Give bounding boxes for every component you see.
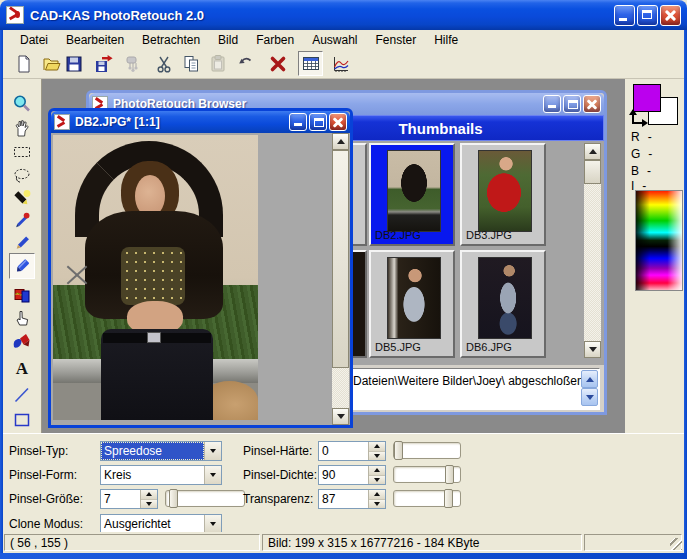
pinsel-dichte-slider[interactable] (393, 465, 461, 484)
image-maximize-button[interactable] (309, 113, 327, 131)
browser-close-button[interactable] (583, 95, 601, 113)
thumbnail-db3[interactable]: DB3.JPG (460, 143, 546, 246)
paste-icon (208, 54, 228, 74)
tool-line[interactable] (9, 383, 35, 406)
thumbnails-scrollbar[interactable] (584, 143, 601, 358)
toolbar (3, 49, 684, 79)
tool-lasso[interactable] (9, 164, 35, 187)
histogram-button[interactable] (328, 51, 353, 76)
browser-maximize-button[interactable] (563, 95, 581, 113)
pinsel-haerte-slider[interactable] (393, 441, 461, 460)
pinsel-form-combo[interactable]: Kreis (100, 465, 222, 485)
clone-modus-value: Ausgerichtet (101, 515, 204, 533)
image-minimize-button[interactable] (289, 113, 307, 131)
pinsel-haerte-spinner[interactable]: 0 (318, 441, 386, 461)
spin-up-button[interactable] (581, 370, 598, 388)
tool-pencil[interactable] (9, 231, 35, 254)
image-window-title-bar[interactable]: DB2.JPG* [1:1] (51, 111, 350, 133)
menu-bearbeiten[interactable]: Bearbeiten (57, 31, 133, 49)
export-button[interactable] (91, 51, 116, 76)
spin-down-button[interactable] (369, 476, 385, 485)
tool-marker[interactable] (9, 187, 35, 210)
thumbnail-label: DB3.JPG (466, 229, 512, 241)
slider-handle[interactable] (169, 489, 178, 508)
arrow-up-icon (146, 492, 152, 496)
slider-handle[interactable] (444, 489, 453, 508)
spin-up-button[interactable] (141, 490, 157, 500)
scroll-down-button[interactable] (584, 341, 601, 358)
spin-up-button[interactable] (369, 466, 385, 476)
cut-button[interactable] (151, 51, 176, 76)
menu-fenster[interactable]: Fenster (367, 31, 426, 49)
dropdown-button[interactable] (204, 515, 221, 533)
tool-hand[interactable] (9, 116, 35, 139)
transparenz-slider[interactable] (393, 489, 461, 508)
tool-clone-stamp[interactable] (9, 331, 35, 354)
thumbnail-image-db6 (478, 257, 532, 339)
title-bar[interactable]: CAD-KAS PhotoRetouch 2.0 (0, 0, 687, 30)
thumbnail-db6[interactable]: DB6.JPG (460, 250, 546, 358)
tool-fill-colors[interactable] (9, 284, 35, 307)
slider-handle[interactable] (394, 441, 403, 460)
image-close-button[interactable] (329, 113, 347, 131)
scrollbar-thumb[interactable] (332, 150, 349, 368)
menu-datei[interactable]: Datei (11, 31, 57, 49)
dropdown-button[interactable] (204, 466, 221, 484)
menu-auswahl[interactable]: Auswahl (303, 31, 366, 49)
scroll-up-button[interactable] (332, 133, 349, 150)
pinsel-typ-combo[interactable]: Spreedose (100, 441, 222, 461)
tool-zoom[interactable] (9, 92, 35, 115)
slider-handle[interactable] (445, 465, 454, 484)
channel-r: R - (631, 130, 671, 144)
save-button[interactable] (61, 51, 86, 76)
menu-bild[interactable]: Bild (209, 31, 247, 49)
tool-text[interactable] (9, 357, 35, 380)
tool-crayon-brush[interactable] (9, 253, 35, 279)
scrollbar-thumb[interactable] (584, 160, 601, 184)
tool-rectangle[interactable] (9, 408, 35, 431)
swap-colors-icon[interactable] (629, 108, 647, 128)
tool-rect-select[interactable] (9, 140, 35, 163)
new-document-button[interactable] (11, 51, 36, 76)
color-spectrum-picker[interactable] (635, 190, 683, 291)
spin-up-button[interactable] (369, 490, 385, 500)
pinsel-dichte-spinner[interactable]: 90 (318, 465, 386, 485)
slider-track[interactable] (393, 442, 461, 459)
thumbnail-cell-partial[interactable] (351, 143, 367, 246)
scroll-down-button[interactable] (332, 408, 349, 425)
channel-i-label: I (631, 179, 634, 193)
spin-up-button[interactable] (369, 442, 385, 452)
chevron-down-icon (210, 473, 216, 477)
spin-down-button[interactable] (369, 500, 385, 509)
channel-b-value: - (647, 164, 651, 178)
thumbnail-cell-partial[interactable] (351, 250, 367, 358)
thumbnail-db5[interactable]: DB5.JPG (369, 250, 455, 358)
spin-down-button[interactable] (369, 452, 385, 461)
image-scrollbar[interactable] (332, 133, 349, 425)
browser-toggle-button[interactable] (298, 51, 323, 76)
scroll-up-button[interactable] (584, 143, 601, 160)
spin-down-button[interactable] (581, 388, 598, 406)
pinsel-groesse-spinner[interactable]: 7 (100, 489, 158, 509)
resize-grip[interactable] (670, 538, 682, 550)
clone-modus-combo[interactable]: Ausgerichtet (100, 514, 222, 534)
delete-button[interactable] (265, 51, 290, 76)
tool-color-pick-pen[interactable] (9, 209, 35, 232)
copy-button[interactable] (179, 51, 204, 76)
dropdown-button[interactable] (204, 442, 221, 460)
thumbnail-db2[interactable]: DB2.JPG (369, 143, 455, 246)
menu-betrachten[interactable]: Betrachten (133, 31, 209, 49)
undo-button[interactable] (233, 51, 258, 76)
spin-down-button[interactable] (141, 500, 157, 509)
transparenz-spinner[interactable]: 87 (318, 489, 386, 509)
tool-pointer-hand[interactable] (9, 307, 35, 330)
minimize-button[interactable] (614, 5, 635, 26)
maximize-button[interactable] (637, 5, 658, 26)
arrow-down-icon (337, 414, 345, 419)
close-button[interactable] (660, 5, 681, 26)
browser-minimize-button[interactable] (543, 95, 561, 113)
photo-canvas[interactable] (53, 135, 258, 420)
pinsel-groesse-slider[interactable] (165, 489, 245, 508)
menu-hilfe[interactable]: Hilfe (425, 31, 467, 49)
menu-farben[interactable]: Farben (247, 31, 303, 49)
